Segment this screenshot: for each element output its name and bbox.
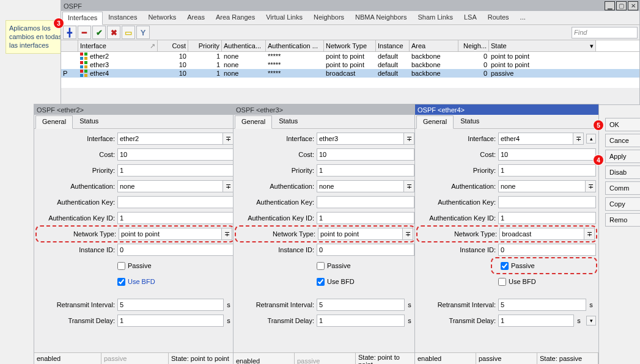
maximize-icon[interactable]: ▢	[616, 1, 627, 10]
passive-checkbox[interactable]	[317, 262, 325, 270]
tab-status[interactable]: Status	[454, 115, 486, 128]
usebfd-checkbox[interactable]	[317, 278, 325, 286]
comment-button[interactable]: Comm	[605, 181, 640, 195]
col-authkey[interactable]: Authentication ...	[266, 40, 324, 51]
col-flag[interactable]	[61, 40, 78, 51]
chevron-down-icon[interactable]: ∓	[404, 180, 414, 192]
table-row[interactable]: P ether4 101none*****broadcastdefaultbac…	[61, 69, 639, 78]
minimize-icon[interactable]: ▁	[605, 1, 615, 10]
remove-button[interactable]: Remo	[605, 213, 640, 227]
chevron-down-icon[interactable]: ∓	[223, 180, 234, 192]
col-cost[interactable]: Cost	[158, 40, 188, 51]
col-state[interactable]: State▾	[489, 40, 596, 51]
chevron-down-icon[interactable]: ∓	[586, 180, 596, 192]
disable-button[interactable]: ✖	[107, 26, 120, 39]
authkeyid-input[interactable]: 1	[117, 212, 234, 224]
authkey-input[interactable]	[317, 196, 414, 208]
close-icon[interactable]: ✕	[628, 1, 638, 10]
disable-button[interactable]: Disab	[605, 166, 640, 179]
tab-instances[interactable]: Instances	[103, 11, 142, 24]
nettype-select[interactable]: point to point	[119, 228, 222, 240]
titlebar: OSPF ▁ ▢ ✕	[61, 1, 639, 11]
nettype-select[interactable]: broadcast	[499, 228, 584, 240]
tab-status[interactable]: Status	[73, 115, 105, 128]
retx-input[interactable]: 5	[498, 299, 586, 311]
col-auth[interactable]: Authentica...	[222, 40, 266, 51]
chevron-down-icon[interactable]: ∓	[584, 228, 595, 240]
col-neigh[interactable]: Neigh...	[458, 40, 489, 51]
usebfd-checkbox[interactable]	[117, 278, 125, 286]
auth-select[interactable]: none	[317, 180, 404, 192]
cost-input[interactable]: 10	[317, 148, 414, 161]
chevron-down-icon[interactable]: ∓	[573, 133, 584, 145]
tab-general[interactable]: General	[416, 115, 454, 129]
apply-button[interactable]: Apply	[605, 150, 640, 163]
instid-input[interactable]: 0	[117, 244, 234, 256]
chevron-down-icon[interactable]: ∓	[404, 133, 414, 145]
nettype-select[interactable]: point to point	[318, 228, 403, 240]
comment-button[interactable]: ▭	[122, 26, 135, 39]
tab-general[interactable]: General	[35, 115, 73, 129]
cancel-button[interactable]: Cance	[605, 134, 640, 147]
chevron-down-icon[interactable]: ∓	[222, 228, 232, 240]
authkey-input[interactable]	[117, 196, 234, 208]
interface-select[interactable]: ether4	[498, 133, 573, 145]
col-priority[interactable]: Priority	[188, 40, 222, 51]
tab-lsa[interactable]: LSA	[458, 11, 482, 24]
auth-select[interactable]: none	[117, 180, 223, 192]
usebfd-checkbox[interactable]	[498, 278, 506, 286]
authkeyid-input[interactable]: 1	[317, 212, 414, 224]
chevron-down-icon[interactable]: ∓	[223, 133, 234, 145]
tab-sham-links[interactable]: Sham Links	[412, 11, 458, 24]
priority-input[interactable]: 1	[317, 164, 414, 177]
col-interface[interactable]: Interface↗	[78, 40, 158, 51]
txdelay-input[interactable]: 1	[498, 315, 574, 327]
passive-checkbox[interactable]	[117, 262, 125, 270]
add-button[interactable]: ╋	[63, 26, 76, 39]
label-passive: Passive	[128, 262, 152, 269]
table-row[interactable]: ether3 101none*****point to pointdefault…	[61, 60, 639, 69]
priority-input[interactable]: 1	[498, 164, 596, 177]
retx-input[interactable]: 5	[317, 299, 405, 311]
cost-input[interactable]: 10	[498, 148, 596, 161]
tab-area-ranges[interactable]: Area Ranges	[210, 11, 260, 24]
tab-virtual-links[interactable]: Virtual Links	[260, 11, 308, 24]
enable-button[interactable]: ✔	[92, 26, 106, 39]
instid-input[interactable]: 0	[317, 244, 414, 256]
tab-general[interactable]: General	[235, 115, 272, 129]
col-nettype[interactable]: Network Type	[324, 40, 376, 51]
tab-more[interactable]: ...	[515, 11, 531, 24]
table-row[interactable]: ether2 101none*****point to pointdefault…	[61, 52, 639, 60]
tab-nbma-neighbors[interactable]: NBMA Neighbors	[350, 11, 412, 24]
col-area[interactable]: Area	[410, 40, 458, 51]
tab-interfaces[interactable]: Interfaces	[62, 12, 103, 25]
tab-status[interactable]: Status	[272, 115, 304, 128]
txdelay-input[interactable]: 1	[117, 315, 224, 327]
tab-areas[interactable]: Areas	[182, 11, 210, 24]
auth-select[interactable]: none	[498, 180, 586, 192]
scroll-up-icon[interactable]: ▴	[586, 134, 596, 144]
chevron-down-icon[interactable]: ∓	[403, 228, 413, 240]
retx-input[interactable]: 5	[117, 299, 224, 311]
scroll-down-icon[interactable]: ▾	[586, 316, 596, 326]
priority-input[interactable]: 1	[117, 164, 234, 177]
filter-button[interactable]: Y	[136, 26, 150, 39]
label-priority: Priority:	[417, 167, 498, 174]
authkey-input[interactable]	[498, 196, 596, 208]
col-instance[interactable]: Instance	[376, 40, 410, 51]
tab-networks[interactable]: Networks	[142, 11, 182, 24]
txdelay-input[interactable]: 1	[317, 315, 405, 327]
tab-routes[interactable]: Routes	[482, 11, 515, 24]
tab-neighbors[interactable]: Neighbors	[308, 11, 350, 24]
interface-select[interactable]: ether3	[317, 133, 404, 145]
copy-button[interactable]: Copy	[605, 197, 640, 211]
ok-button[interactable]: OK	[605, 118, 640, 131]
interface-select[interactable]: ether2	[117, 133, 223, 145]
find-input[interactable]: Find	[572, 27, 638, 38]
cost-input[interactable]: 10	[117, 148, 234, 161]
instid-input[interactable]: 0	[498, 244, 596, 256]
remove-button[interactable]: ━	[78, 26, 91, 39]
label-passive: Passive	[511, 262, 535, 269]
passive-checkbox[interactable]	[501, 262, 509, 270]
authkeyid-input[interactable]: 1	[498, 212, 596, 224]
